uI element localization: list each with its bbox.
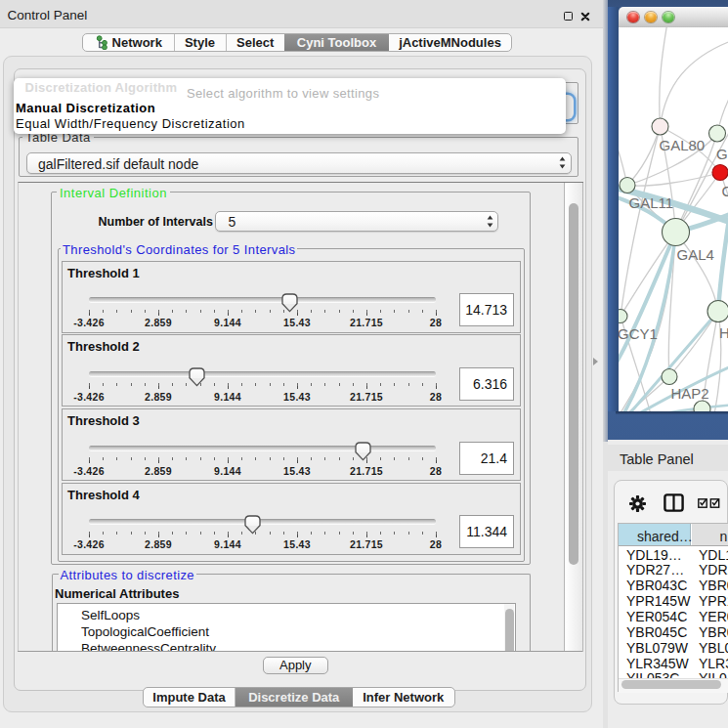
- svg-text:GAL4: GAL4: [676, 245, 713, 262]
- svg-text:GAL80: GAL80: [659, 136, 705, 152]
- svg-text:H: H: [719, 324, 728, 341]
- svg-text:C: C: [721, 183, 728, 199]
- svg-text:G.: G.: [716, 146, 728, 162]
- svg-text:HAP2: HAP2: [670, 385, 708, 402]
- svg-text:GCY1: GCY1: [619, 324, 658, 341]
- svg-text:GAL11: GAL11: [628, 193, 673, 210]
